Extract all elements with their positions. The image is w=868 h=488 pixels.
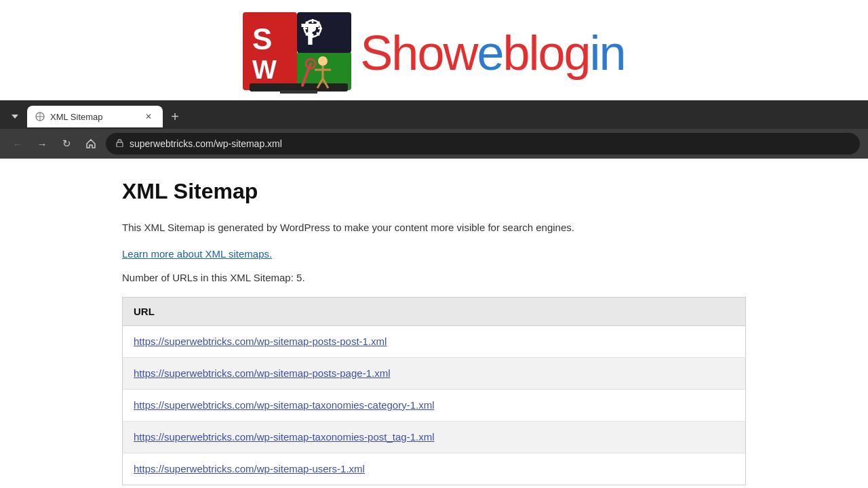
logo-area: S T W Showeblog [0, 0, 868, 100]
page-content: XML Sitemap This XML Sitemap is generate… [0, 159, 868, 488]
address-input[interactable]: superwebtricks.com/wp-sitemap.xml [106, 133, 860, 155]
page-title: XML Sitemap [122, 179, 746, 204]
url-cell: https://superwebtricks.com/wp-sitemap-ta… [123, 389, 746, 421]
svg-text:S: S [252, 22, 272, 56]
new-tab-button[interactable]: + [165, 107, 184, 126]
tab-label: XML Sitemap [50, 112, 137, 122]
svg-text:T: T [301, 18, 319, 51]
table-header-row: URL [123, 297, 746, 325]
learn-more-link[interactable]: Learn more about XML sitemaps. [122, 248, 272, 260]
svg-point-18 [318, 56, 328, 66]
table-row: https://superwebtricks.com/wp-sitemap-po… [123, 357, 746, 389]
tab-favicon-icon [35, 112, 45, 121]
url-cell: https://superwebtricks.com/wp-sitemap-ta… [123, 421, 746, 453]
table-row: https://superwebtricks.com/wp-sitemap-ta… [123, 421, 746, 453]
table-row: https://superwebtricks.com/wp-sitemap-us… [123, 453, 746, 485]
sitemap-url-link[interactable]: https://superwebtricks.com/wp-sitemap-po… [134, 367, 390, 379]
url-cell: https://superwebtricks.com/wp-sitemap-po… [123, 325, 746, 357]
reload-button[interactable]: ↻ [57, 134, 76, 153]
tab-bar: XML Sitemap ✕ + [0, 100, 868, 129]
url-count-text: Number of URLs in this XML Sitemap: 5. [122, 272, 746, 283]
sitemap-url-link[interactable]: https://superwebtricks.com/wp-sitemap-us… [134, 463, 365, 474]
svg-text:W: W [252, 56, 277, 84]
sitemap-url-link[interactable]: https://superwebtricks.com/wp-sitemap-ta… [134, 431, 435, 443]
logo-text: Showeblogin [360, 28, 625, 77]
svg-marker-25 [12, 115, 18, 119]
forward-button[interactable]: → [33, 134, 52, 153]
sitemap-url-link[interactable]: https://superwebtricks.com/wp-sitemap-po… [134, 336, 387, 347]
svg-point-9 [309, 25, 316, 32]
svg-rect-29 [117, 142, 123, 147]
active-tab[interactable]: XML Sitemap ✕ [27, 106, 163, 127]
table-row: https://superwebtricks.com/wp-sitemap-ta… [123, 389, 746, 421]
table-row: https://superwebtricks.com/wp-sitemap-po… [123, 325, 746, 357]
url-cell: https://superwebtricks.com/wp-sitemap-us… [123, 453, 746, 485]
address-bar: ← → ↻ superwebtricks.com/wp-sitemap.xml [0, 129, 868, 159]
tab-close-button[interactable]: ✕ [142, 110, 155, 123]
home-button[interactable] [81, 134, 100, 153]
url-cell: https://superwebtricks.com/wp-sitemap-po… [123, 357, 746, 389]
logo-icon: S T W [243, 12, 355, 94]
back-button[interactable]: ← [8, 134, 27, 153]
url-text: superwebtricks.com/wp-sitemap.xml [130, 138, 850, 149]
browser-window: XML Sitemap ✕ + ← → ↻ superwebtricks.com… [0, 100, 868, 159]
svg-rect-4 [280, 90, 317, 94]
lock-icon [115, 138, 124, 149]
sitemap-url-link[interactable]: https://superwebtricks.com/wp-sitemap-ta… [134, 399, 434, 411]
url-column-header: URL [123, 297, 746, 325]
tab-dropdown-button[interactable] [5, 107, 24, 126]
page-description: This XML Sitemap is generated by WordPre… [122, 220, 746, 236]
sitemap-table: URL https://superwebtricks.com/wp-sitema… [122, 297, 746, 485]
